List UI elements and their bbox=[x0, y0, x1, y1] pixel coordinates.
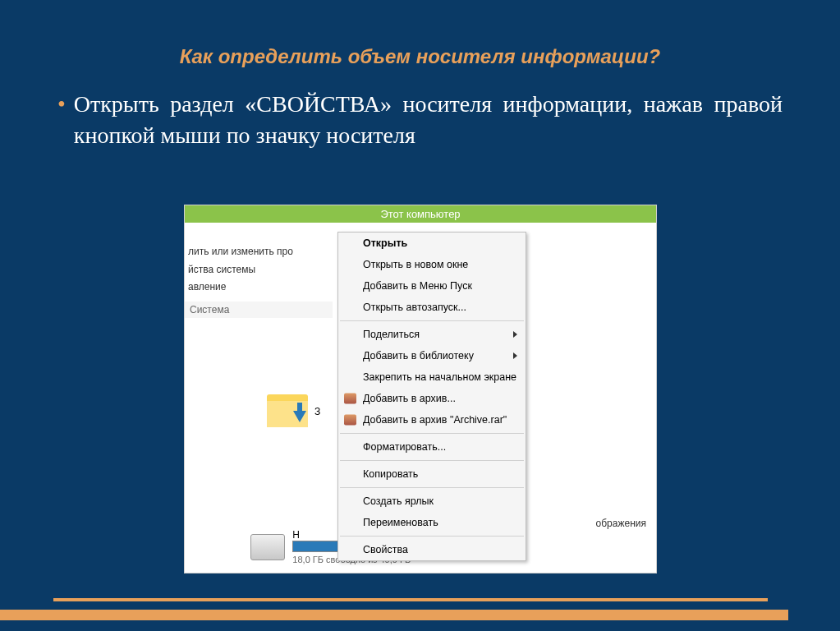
menu-item[interactable]: Открыть bbox=[338, 233, 526, 254]
left-link[interactable]: авление bbox=[188, 279, 333, 297]
archive-icon bbox=[344, 415, 356, 426]
menu-separator bbox=[340, 320, 524, 321]
left-link[interactable]: йства системы bbox=[188, 261, 333, 279]
body-text: Открыть раздел «СВОЙСТВА» носителя инфор… bbox=[74, 89, 783, 151]
archive-icon bbox=[344, 394, 356, 404]
menu-separator bbox=[340, 433, 524, 434]
menu-separator bbox=[340, 487, 524, 488]
bullet-icon: • bbox=[57, 89, 74, 151]
menu-separator bbox=[340, 460, 524, 461]
window-title: Этот компьютер bbox=[185, 205, 656, 223]
left-panel: лить или изменить про йства системы авле… bbox=[185, 238, 333, 318]
drive-name: Н bbox=[292, 529, 300, 541]
partial-label: ображения bbox=[596, 518, 646, 529]
drive-icon bbox=[250, 534, 285, 560]
menu-item[interactable]: Добавить в библиотеку bbox=[338, 345, 526, 366]
menu-separator bbox=[340, 536, 524, 537]
download-arrow-icon bbox=[293, 411, 306, 422]
menu-item[interactable]: Добавить в Меню Пуск bbox=[338, 275, 526, 297]
slide-title: Как определить объем носителя информации… bbox=[0, 0, 840, 68]
section-label: Система bbox=[185, 302, 333, 318]
footer-decoration bbox=[53, 598, 840, 606]
menu-item[interactable]: Добавить в архив "Archive.rar" bbox=[338, 409, 526, 431]
menu-item[interactable]: Свойства bbox=[338, 539, 526, 560]
menu-item[interactable]: Создать ярлык bbox=[338, 491, 526, 512]
menu-item[interactable]: Открыть автозапуск... bbox=[338, 297, 526, 318]
submenu-arrow-icon bbox=[513, 331, 517, 338]
submenu-arrow-icon bbox=[513, 352, 517, 359]
menu-item[interactable]: Форматировать... bbox=[338, 436, 526, 458]
menu-item[interactable]: Открыть в новом окне bbox=[338, 254, 526, 275]
menu-item[interactable]: Добавить в архив... bbox=[338, 388, 526, 409]
folder-label: З bbox=[314, 406, 320, 417]
explorer-window: Этот компьютер лить или изменить про йст… bbox=[184, 205, 657, 573]
menu-item[interactable]: Копировать bbox=[338, 463, 526, 485]
context-menu: ОткрытьОткрыть в новом окнеДобавить в Ме… bbox=[337, 232, 526, 561]
menu-item[interactable]: Закрепить на начальном экране bbox=[338, 366, 526, 388]
left-link[interactable]: лить или изменить про bbox=[188, 243, 333, 261]
menu-item[interactable]: Переименовать bbox=[338, 512, 526, 533]
slide-body: • Открыть раздел «СВОЙСТВА» носителя инф… bbox=[0, 68, 840, 151]
menu-item[interactable]: Поделиться bbox=[338, 324, 526, 345]
